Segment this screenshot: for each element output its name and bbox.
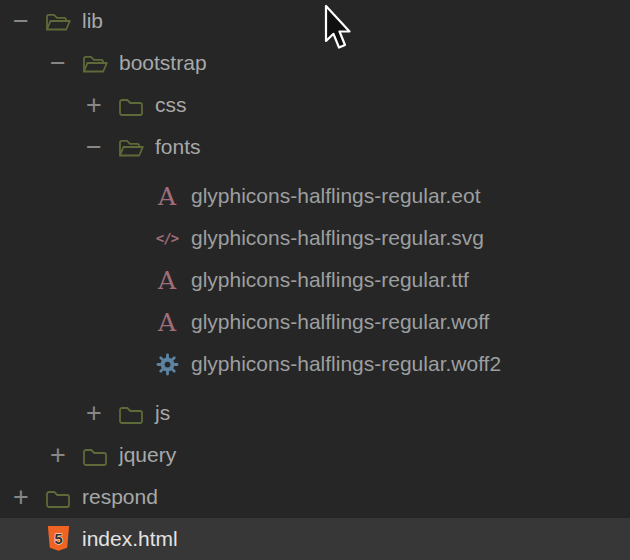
tree-row[interactable]: +js <box>0 392 630 434</box>
tree-row[interactable]: −bootstrap <box>0 42 630 84</box>
tree-item-label: glyphicons-halflings-regular.woff2 <box>191 352 501 376</box>
folder-closed-icon <box>117 398 145 428</box>
svg-text:5: 5 <box>54 531 62 547</box>
tree-row[interactable]: +jquery <box>0 434 630 476</box>
tree-row[interactable]: −lib <box>0 0 630 42</box>
code-file-icon: </> <box>153 223 181 253</box>
tree-row[interactable]: −fonts <box>0 126 630 168</box>
tree-row[interactable]: Aglyphicons-halflings-regular.woff <box>0 301 630 343</box>
tree-row[interactable]: </>glyphicons-halflings-regular.svg <box>0 217 630 259</box>
tree-row[interactable]: +respond <box>0 476 630 518</box>
tree-item-label: glyphicons-halflings-regular.ttf <box>191 268 469 292</box>
tree-row[interactable]: +css <box>0 84 630 126</box>
tree-item-label: bootstrap <box>119 51 207 75</box>
tree-item-label: js <box>155 401 170 425</box>
tree-row[interactable]: Aglyphicons-halflings-regular.ttf <box>0 259 630 301</box>
folder-open-icon <box>44 6 72 36</box>
folder-closed-icon <box>44 482 72 512</box>
tree-row[interactable]: Aglyphicons-halflings-regular.eot <box>0 175 630 217</box>
tree-item-label: css <box>155 93 187 117</box>
project-tree: −lib−bootstrap+css−fontsAglyphicons-half… <box>0 0 630 560</box>
font-file-icon: A <box>153 181 181 211</box>
tree-item-label: glyphicons-halflings-regular.eot <box>191 184 481 208</box>
collapse-toggle-icon[interactable]: − <box>8 8 34 35</box>
tree-row[interactable]: glyphicons-halflings-regular.woff2 <box>0 343 630 385</box>
tree-item-label: glyphicons-halflings-regular.svg <box>191 226 484 250</box>
collapse-toggle-icon[interactable]: − <box>81 134 107 161</box>
tree-item-label: jquery <box>119 443 176 467</box>
html5-icon: 5 <box>44 524 72 554</box>
tree-item-label: fonts <box>155 135 201 159</box>
tree-item-label: glyphicons-halflings-regular.woff <box>191 310 489 334</box>
expand-toggle-icon[interactable]: + <box>45 442 71 469</box>
expand-toggle-icon[interactable]: + <box>81 400 107 427</box>
collapse-toggle-icon[interactable]: − <box>45 50 71 77</box>
tree-item-label: lib <box>82 9 103 33</box>
expand-toggle-icon[interactable]: + <box>8 484 34 511</box>
tree-row[interactable]: 5index.html <box>0 518 630 560</box>
tree-item-label: index.html <box>82 527 178 551</box>
font-file-icon: A <box>153 265 181 295</box>
font-file-icon: A <box>153 307 181 337</box>
folder-closed-icon <box>81 440 109 470</box>
folder-closed-icon <box>117 90 145 120</box>
folder-open-icon <box>117 132 145 162</box>
gear-icon <box>153 349 181 379</box>
expand-toggle-icon[interactable]: + <box>81 92 107 119</box>
tree-item-label: respond <box>82 485 158 509</box>
folder-open-icon <box>81 48 109 78</box>
